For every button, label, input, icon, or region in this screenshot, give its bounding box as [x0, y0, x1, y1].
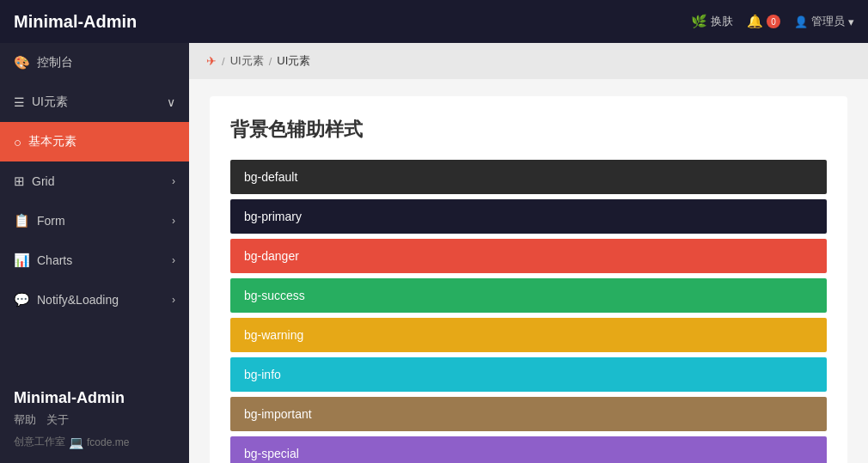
footer-title: Minimal-Admin: [14, 389, 175, 407]
chevron-right-icon: ›: [172, 175, 175, 187]
chevron-down-icon: ▾: [848, 15, 854, 28]
color-block-warning: bg-warning: [230, 318, 827, 352]
footer-bottom: 创意工作室 💻 fcode.me: [14, 435, 175, 449]
form-icon: 📋: [14, 213, 30, 228]
notification-button[interactable]: 🔔 0: [747, 14, 780, 29]
notify-icon: 💬: [14, 292, 30, 308]
chevron-down-icon: ∨: [167, 95, 175, 109]
chevron-right-icon: ›: [172, 254, 175, 266]
color-block-info: bg-info: [230, 357, 827, 392]
color-block-important: bg-important: [230, 397, 827, 431]
sidebar-item-form[interactable]: 📋 Form ›: [0, 201, 189, 241]
chevron-right-icon: ›: [172, 215, 175, 227]
admin-menu-button[interactable]: 👤 管理员 ▾: [794, 14, 854, 29]
dashboard-icon: 🎨: [14, 55, 30, 70]
color-block-danger: bg-danger: [230, 239, 827, 273]
footer-help-link[interactable]: 帮助: [14, 413, 36, 426]
leaf-icon: 🌿: [691, 14, 707, 29]
bell-icon: 🔔: [747, 14, 763, 29]
breadcrumb-home[interactable]: UI元素: [230, 53, 264, 69]
breadcrumb: ✈ / UI元素 / UI元素: [189, 43, 868, 79]
sidebar-item-notify[interactable]: 💬 Notify&Loading ›: [0, 280, 189, 320]
sidebar-item-dashboard[interactable]: 🎨 控制台: [0, 43, 189, 82]
content-area: 背景色辅助样式 bg-default bg-primary bg-danger …: [189, 79, 868, 463]
sidebar-item-ui-elements[interactable]: ☰ UI元素 ∨: [0, 82, 189, 122]
sidebar: 🎨 控制台 ☰ UI元素 ∨ ○ 基本元素 ⊞ Grid › 📋 Form › …: [0, 43, 189, 463]
footer-links: 帮助 关于: [14, 412, 175, 428]
sidebar-item-grid[interactable]: ⊞ Grid ›: [0, 161, 189, 201]
skin-button[interactable]: 🌿 换肤: [691, 14, 733, 29]
breadcrumb-current: UI元素: [277, 53, 310, 69]
navigate-icon: ✈: [206, 54, 217, 68]
circle-icon: ○: [14, 135, 21, 149]
header-right: 🌿 换肤 🔔 0 👤 管理员 ▾: [691, 14, 854, 29]
footer-about-link[interactable]: 关于: [46, 413, 69, 426]
header: Minimal-Admin 🌿 换肤 🔔 0 👤 管理员 ▾: [0, 0, 868, 43]
main: ✈ / UI元素 / UI元素 背景色辅助样式 bg-default bg-pr…: [189, 43, 868, 463]
color-block-success: bg-success: [230, 278, 827, 313]
sidebar-footer: Minimal-Admin 帮助 关于 创意工作室 💻 fcode.me: [0, 375, 189, 463]
sidebar-item-charts[interactable]: 📊 Charts ›: [0, 241, 189, 280]
color-block-special: bg-special: [230, 436, 827, 463]
content-card: 背景色辅助样式 bg-default bg-primary bg-danger …: [210, 96, 847, 463]
color-block-default: bg-default: [230, 160, 827, 194]
sidebar-item-basic-elements[interactable]: ○ 基本元素: [0, 122, 189, 161]
list-icon: ☰: [14, 95, 25, 109]
grid-icon: ⊞: [14, 174, 25, 189]
notification-badge: 0: [767, 15, 780, 28]
laptop-icon: 💻: [69, 436, 83, 449]
layout: 🎨 控制台 ☰ UI元素 ∨ ○ 基本元素 ⊞ Grid › 📋 Form › …: [0, 43, 868, 463]
color-block-primary: bg-primary: [230, 199, 827, 234]
chart-icon: 📊: [14, 253, 30, 268]
person-icon: 👤: [794, 15, 808, 28]
page-title: 背景色辅助样式: [230, 117, 827, 143]
chevron-right-icon: ›: [172, 294, 175, 306]
logo: Minimal-Admin: [14, 12, 691, 32]
